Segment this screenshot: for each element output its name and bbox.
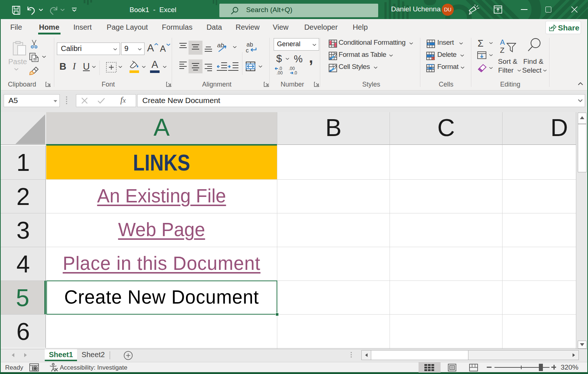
- svg-text:ab: ab: [246, 41, 253, 48]
- svg-text:.0: .0: [293, 70, 297, 75]
- svg-text:.00: .00: [277, 70, 283, 75]
- svg-text:c: c: [246, 47, 249, 54]
